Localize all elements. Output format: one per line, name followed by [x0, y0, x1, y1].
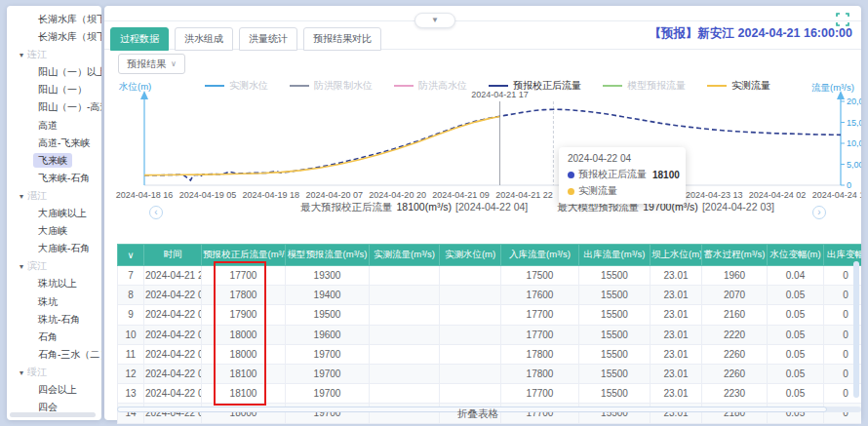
y-tick-label: 5,000: [847, 160, 861, 170]
sidebar-item[interactable]: 阳山（一）: [7, 81, 101, 98]
sidebar-item-label: 珠坑: [38, 296, 58, 307]
sidebar-item[interactable]: 珠坑-石角: [7, 311, 101, 329]
forecast-result-dropdown[interactable]: 预报结果 ∨: [118, 54, 185, 74]
legend-label: 模型预报流量: [627, 79, 686, 93]
sidebar-item[interactable]: 飞来峡-石角: [7, 170, 101, 187]
legend-模型预报流量[interactable]: 模型预报流量: [603, 79, 686, 93]
table-cell: 13: [118, 384, 144, 404]
table-cell: 17600: [501, 286, 579, 305]
table-row[interactable]: 132024-04-22 051810019700177001550023.01…: [118, 384, 862, 404]
table-header-入库流量(m³/s): 入库流量(m³/s): [501, 245, 579, 266]
sidebar-hscrollbar[interactable]: [10, 412, 96, 417]
forecast-chart[interactable]: 2024-04-18 162024-04-19 052024-04-19 182…: [104, 90, 861, 205]
table-cell: [370, 325, 440, 344]
table-cell: 19700: [286, 364, 370, 383]
legend-label: 实测水位: [229, 79, 268, 93]
sidebar-item[interactable]: 石角-三水（二）: [7, 346, 101, 364]
sidebar-item-label: 飞来峡-石角: [38, 173, 90, 183]
sidebar-group[interactable]: ▾潖江: [7, 187, 101, 205]
sidebar-item[interactable]: 阳山（一）-高道: [7, 98, 101, 116]
sidebar-item[interactable]: 长湖水库（坝下）: [7, 11, 101, 28]
sidebar-item[interactable]: 四会以上: [7, 381, 101, 399]
y-tick-label: 15,000: [847, 118, 861, 128]
next-page-button[interactable]: ›: [812, 206, 826, 219]
table-cell: 18100: [202, 364, 286, 383]
sidebar-group[interactable]: ▾滨江: [7, 257, 101, 275]
collapse-table-button[interactable]: 折叠表格: [437, 407, 519, 421]
sidebar-item[interactable]: 阳山（一）以上: [7, 63, 101, 81]
table-cell: 17700: [202, 266, 286, 286]
table-cell: 18000: [202, 344, 286, 364]
table-cell: 2230: [702, 384, 768, 404]
table-cell: 23.01: [651, 266, 702, 286]
table-row[interactable]: 82024-04-22 001780019400176001550023.012…: [118, 286, 862, 305]
table-row[interactable]: 112024-04-22 031800019700178001550023.01…: [118, 344, 862, 364]
legend-label: 防洪高水位: [418, 79, 467, 93]
tab-预报结果对比[interactable]: 预报结果对比: [303, 27, 381, 51]
table-cell: 15500: [579, 364, 651, 383]
table-cell: 0.05: [768, 286, 824, 305]
sidebar-item[interactable]: 飞来峡: [7, 152, 101, 170]
prev-page-button[interactable]: ‹: [149, 206, 163, 219]
sidebar-item[interactable]: 大庙峡-石角: [7, 240, 101, 257]
x-tick-label: 2024-04-23 13: [686, 190, 743, 200]
sidebar-item-label: 大庙峡: [38, 225, 67, 236]
table-vscrollbar[interactable]: [853, 261, 859, 398]
tab-洪量统计[interactable]: 洪量统计: [239, 27, 297, 51]
series-line-实测流量: [144, 117, 500, 175]
table-header-模型预报流量(m³/s): 模型预报流量(m³/s): [286, 245, 370, 266]
table-expand-header[interactable]: ∨: [118, 245, 144, 266]
sidebar-item[interactable]: 珠坑以上: [7, 275, 101, 292]
table-cell: 15500: [579, 305, 651, 325]
table-cell: [370, 384, 440, 404]
table-row[interactable]: 122024-04-22 041810019700178001550023.01…: [118, 364, 862, 383]
table-cell: 19300: [286, 266, 370, 286]
table-cell: 2160: [702, 305, 768, 325]
table-cell: [440, 344, 501, 364]
table-cell: 2024-04-22 03: [144, 344, 202, 364]
sidebar-group[interactable]: ▾绥江: [7, 364, 101, 381]
legend-防洪限制水位[interactable]: 防洪限制水位: [290, 79, 373, 93]
sidebar-item[interactable]: 高道-飞来峡: [7, 135, 101, 152]
legend-实测水位[interactable]: 实测水位: [205, 79, 268, 93]
table-cell: 23.01: [651, 344, 702, 364]
sidebar-item-label: 高道: [38, 120, 58, 131]
table-cell: 12: [118, 364, 144, 383]
sidebar-item-label: 潖江: [27, 190, 47, 201]
table-cell: 9: [118, 305, 144, 325]
table-cell: 17800: [202, 286, 286, 305]
legend-防洪高水位[interactable]: 防洪高水位: [394, 79, 467, 93]
table-row[interactable]: 92024-04-22 011790019500177001550023.012…: [118, 305, 862, 325]
tab-洪水组成[interactable]: 洪水组成: [175, 27, 233, 51]
max-values-summary: 最大预报校正后流量18100(m³/s)[2024-04-22 04] 最大模型…: [300, 201, 774, 214]
table-row[interactable]: 72024-04-21 231770019300175001550023.011…: [118, 266, 862, 286]
sidebar-item[interactable]: 大庙峡: [7, 222, 101, 240]
sidebar-item[interactable]: 高道: [7, 117, 101, 135]
table-cell: [440, 364, 501, 383]
table-cell: 8: [118, 286, 144, 305]
sidebar-item-label: 滨江: [27, 260, 47, 271]
table-cell: 19400: [286, 286, 370, 305]
table-cell: 2024-04-22 05: [144, 384, 202, 404]
collapse-panel-button[interactable]: ▼: [414, 13, 455, 28]
sidebar-item[interactable]: 大庙峡以上: [7, 205, 101, 222]
tab-过程数据[interactable]: 过程数据: [110, 27, 169, 51]
sidebar-group[interactable]: ▾连江: [7, 46, 101, 63]
sidebar-item[interactable]: 石角: [7, 329, 101, 346]
sidebar-item-label: 石角-三水（二）: [38, 349, 101, 360]
x-tick-label: 2024-04-21 09: [432, 190, 490, 200]
legend-实测流量[interactable]: 实测流量: [707, 79, 770, 93]
table-cell: 17700: [501, 384, 579, 404]
chart-tooltip: 2024-04-22 04 预报校正后流量18100实测流量: [559, 147, 686, 204]
table-row[interactable]: 102024-04-22 021800019600177001550023.01…: [118, 325, 862, 344]
legend-预报校正后流量[interactable]: 预报校正后流量: [489, 79, 581, 93]
sidebar-item[interactable]: 长湖水库（坝下）: [7, 28, 101, 46]
table-cell: 19700: [286, 344, 370, 364]
table-header-蓄水过程(m³/s): 蓄水过程(m³/s): [702, 245, 768, 266]
fullscreen-icon[interactable]: [836, 13, 849, 26]
table-cell: 0.05: [768, 305, 824, 325]
table-cell: 19500: [286, 305, 370, 325]
table-cell: 2024-04-22 00: [144, 286, 202, 305]
sidebar-item[interactable]: 珠坑: [7, 293, 101, 311]
caret-down-icon: ▾: [20, 262, 23, 271]
